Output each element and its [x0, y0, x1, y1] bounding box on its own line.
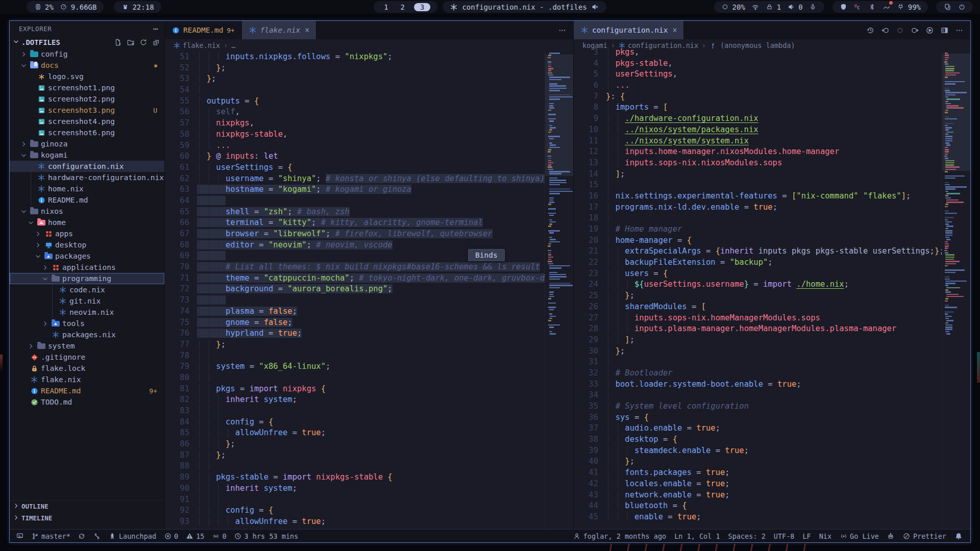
status-time-tracker[interactable]: 3 hrs 53 mins — [234, 532, 299, 540]
code-line-41[interactable]: 41│ │ fonts.packages = true; — [574, 467, 970, 479]
tree-item-screenshot6.png[interactable]: screenshot6.png — [10, 127, 164, 138]
code-line-92[interactable]: 92│ │ │ config = { — [165, 505, 573, 516]
code-line-42[interactable]: 42│ │ locales.enable = true; — [574, 479, 970, 490]
code-line-11[interactable]: 11│ │ ../nixos/system/system.nix — [574, 136, 970, 147]
code-line-18[interactable]: 18│ — [574, 213, 970, 224]
workspace-root-row[interactable]: .DOTFILES — [10, 36, 164, 48]
bluetooth-status[interactable] — [868, 3, 876, 11]
tab-README.md[interactable]: README.md9+ — [165, 21, 242, 39]
code-line-65[interactable]: 65│ │ │ shell = "zsh"; # bash, zsh — [165, 207, 573, 218]
shield-status[interactable] — [840, 3, 848, 11]
power-status[interactable] — [958, 3, 966, 11]
status-ports[interactable]: 0 — [212, 532, 226, 540]
status-errors[interactable]: 0 — [164, 532, 178, 540]
tab-configuration.nix[interactable]: configuration.nix× — [574, 21, 684, 39]
code-line-78[interactable]: 78│ │ — [165, 350, 573, 362]
code-line-86[interactable]: 86│ │ │ }; — [165, 439, 573, 450]
code-line-63[interactable]: 63│ │ │ hostname = "kogami"; # kogami or… — [165, 184, 573, 195]
tree-item-config[interactable]: config — [10, 48, 164, 60]
code-line-80[interactable]: 80│ │ — [165, 372, 573, 384]
code-line-23[interactable]: 23│ │ users = { — [574, 268, 970, 280]
code-line-3[interactable]: 3│ pkgs, — [574, 47, 970, 58]
tab-flake.nix[interactable]: flake.nix× — [242, 21, 317, 39]
code-line-17[interactable]: 17│ programs.nix-ld.dev.enable = true; — [574, 202, 970, 213]
code-line-71[interactable]: 71│ │ │ theme = "catppuccin-mocha"; # to… — [165, 273, 573, 284]
code-line-52[interactable]: 52│ │ }; — [165, 63, 573, 74]
code-line-89[interactable]: 89│ │ pkgs-stable = import nixpkgs-stabl… — [165, 472, 573, 483]
code-line-88[interactable]: 88│ │ — [165, 461, 573, 472]
status-git-branch[interactable]: master* — [31, 532, 70, 540]
code-line-91[interactable]: 91│ │ │ — [165, 494, 573, 506]
tree-item-screenshot1.png[interactable]: screenshot1.png — [10, 82, 164, 93]
code-line-87[interactable]: 87│ │ }; — [165, 450, 573, 461]
plug-status[interactable]: 99% — [897, 3, 921, 11]
code-line-68[interactable]: 68│ │ │ editor = "neovim"; # neovim, vsc… — [165, 240, 573, 251]
code-line-28[interactable]: 28│ │ │ inputs.plasma-manager.homeManage… — [574, 323, 970, 335]
more-icon[interactable] — [955, 26, 963, 34]
mic-status[interactable] — [809, 3, 817, 11]
code-line-93[interactable]: 93│ │ │ │ allowUnfree = true; — [165, 516, 573, 528]
code-line-33[interactable]: 33│ boot.loader.systemd-boot.enable = tr… — [574, 379, 970, 390]
code-line-51[interactable]: 51│ │ │ inputs.nixpkgs.follows = "nixpkg… — [165, 52, 573, 63]
code-line-82[interactable]: 82│ │ │ inherit system; — [165, 394, 573, 406]
gauge-status[interactable]: 9.66GB — [60, 3, 97, 11]
code-line-5[interactable]: 5│ userSettings, — [574, 69, 970, 80]
code-line-34[interactable]: 34│ — [574, 390, 970, 401]
tree-item-tools[interactable]: tools — [10, 318, 164, 329]
code-line-4[interactable]: 4│ pkgs-stable, — [574, 58, 970, 69]
code-line-60[interactable]: 60│ } @ inputs: let — [165, 151, 573, 162]
code-line-58[interactable]: 58│ │ nixpkgs-stable, — [165, 129, 573, 140]
tab-close-button[interactable]: × — [672, 26, 677, 35]
status-git-blame[interactable]: foglar, 2 months ago — [573, 532, 667, 540]
tree-item-.gitignore[interactable]: .gitignore — [10, 352, 164, 363]
tree-item-system[interactable]: system — [10, 340, 164, 352]
code-line-75[interactable]: 75│ │ │ gnome = false; — [165, 317, 573, 329]
new-folder-icon[interactable] — [127, 38, 135, 46]
code-line-7[interactable]: 7}: { — [574, 91, 970, 103]
tree-item-apps[interactable]: apps — [10, 228, 164, 239]
status-cursor-position[interactable]: Ln 1, Col 1 — [674, 532, 720, 540]
clipboard-status[interactable] — [943, 3, 951, 11]
tree-item-applications[interactable]: applications — [10, 262, 164, 273]
code-line-21[interactable]: 21│ │ extraSpecialArgs = {inherit inputs… — [574, 246, 970, 257]
more-icon[interactable] — [558, 26, 566, 34]
code-line-84[interactable]: 84│ │ │ config = { — [165, 417, 573, 428]
code-line-38[interactable]: 38│ │ desktop = { — [574, 434, 970, 445]
code-line-29[interactable]: 29│ │ ]; — [574, 335, 970, 346]
collapse-icon[interactable] — [152, 38, 160, 46]
status-go-live[interactable]: Go Live — [840, 532, 879, 540]
outline-section[interactable]: OUTLINE — [10, 500, 164, 512]
code-line-56[interactable]: 56│ │ self, — [165, 107, 573, 118]
code-line-39[interactable]: 39│ │ │ steamdeck.enable = true; — [574, 445, 970, 457]
breadcrumb-item[interactable]: … — [231, 41, 235, 49]
tree-item-docs[interactable]: docs● — [10, 60, 164, 71]
status-remote-window[interactable] — [16, 532, 23, 540]
tree-item-flake.lock[interactable]: flake.lock — [10, 363, 164, 374]
status-sync[interactable] — [78, 532, 86, 540]
code-line-40[interactable]: 40│ │ }; — [574, 456, 970, 467]
minimap-left[interactable] — [545, 52, 573, 529]
status-notifications[interactable] — [954, 532, 962, 540]
tab-close-button[interactable]: × — [305, 26, 309, 35]
code-line-85[interactable]: 85│ │ │ │ allowUnfree = true; — [165, 428, 573, 439]
tree-item-logo.svg[interactable]: logo.svg — [10, 71, 164, 82]
code-line-15[interactable]: 15│ — [574, 180, 970, 191]
code-line-62[interactable]: 62│ │ │ username = "shinya"; # konsta or… — [165, 173, 573, 185]
code-line-37[interactable]: 37│ │ audio.enable = true; — [574, 423, 970, 434]
nav-forward-icon[interactable] — [911, 26, 919, 34]
explorer-more-button[interactable]: ⋯ — [153, 24, 158, 34]
code-line-10[interactable]: 10│ │ ../nixos/system/packages.nix — [574, 124, 970, 136]
code-line-67[interactable]: 67│ │ │ browser = "librewolf"; # firefox… — [165, 229, 573, 240]
tree-item-screenshot2.png[interactable]: screenshot2.png — [10, 93, 164, 105]
breadcrumb-left[interactable]: flake.nix›… — [165, 39, 573, 52]
status-indentation[interactable]: Spaces: 2 — [728, 532, 766, 540]
code-line-12[interactable]: 12│ │ inputs.home-manager.nixosModules.h… — [574, 146, 970, 158]
code-line-55[interactable]: 55│ outputs = { — [165, 96, 573, 107]
tree-item-kogami[interactable]: kogami — [10, 149, 164, 161]
status-assistant[interactable] — [887, 532, 895, 540]
code-line-16[interactable]: 16│ nix.settings.experimental-features =… — [574, 191, 970, 202]
keyboard-lock-status[interactable]: 1 — [766, 3, 781, 11]
tree-item-home.nix[interactable]: home.nix — [10, 183, 164, 194]
tree-item-hardware-configuration.nix[interactable]: hardware-configuration.nix — [10, 172, 164, 183]
code-line-30[interactable]: 30│ }; — [574, 346, 970, 357]
